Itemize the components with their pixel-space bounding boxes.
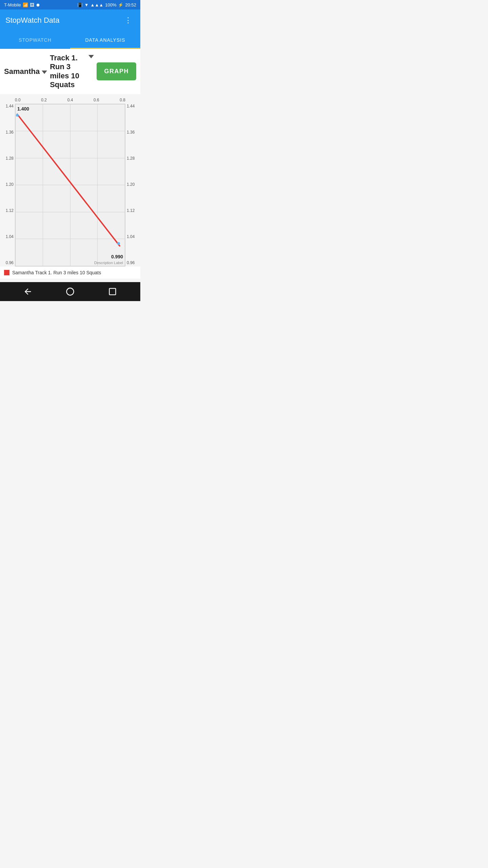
y-axis-left: 1.44 1.36 1.28 1.20 1.12 1.04 0.96: [0, 98, 15, 267]
y-axis-right: 1.44 1.36 1.28 1.20 1.12 1.04 0.96: [125, 98, 140, 267]
controls-row: Samantha Track 1. Run 3 miles 10 Squats …: [0, 49, 140, 94]
app-title: StopWatch Data: [5, 16, 59, 25]
y-label-left-5: 1.04: [6, 234, 14, 239]
svg-rect-2: [109, 288, 116, 295]
chart-legend: Samantha Track 1. Run 3 miles 10 Squats: [0, 267, 140, 279]
person-dropdown-arrow: [42, 71, 47, 74]
recording-icon: ⏺: [36, 2, 40, 7]
tabs: STOPWATCH DATA ANALYSIS: [0, 31, 140, 49]
x-label-1: 0.2: [41, 98, 47, 102]
chart-container: 1.44 1.36 1.28 1.20 1.12 1.04 0.96 0.0 0…: [0, 94, 140, 282]
chart-inner: 0.0 0.2 0.4 0.6 0.8: [15, 98, 125, 267]
status-left: T-Mobile 📶 🖼 ⏺: [4, 2, 40, 7]
more-options-button[interactable]: ⋮: [122, 15, 135, 26]
y-label-right-5: 1.04: [127, 234, 135, 239]
content-area: Samantha Track 1. Run 3 miles 10 Squats …: [0, 49, 140, 282]
y-label-left-3: 1.20: [6, 182, 14, 187]
description-label: Description Label: [94, 261, 123, 265]
signal-icon: 📶: [23, 2, 28, 7]
nav-recents-button[interactable]: [105, 284, 120, 299]
y-label-left-4: 1.12: [6, 208, 14, 213]
start-dot: [16, 114, 19, 117]
person-selector[interactable]: Samantha: [4, 67, 47, 76]
track-selector[interactable]: Track 1. Run 3 miles 10 Squats: [50, 54, 94, 90]
graph-button[interactable]: GRAPH: [97, 62, 136, 80]
x-label-3: 0.6: [94, 98, 99, 102]
nav-back-button[interactable]: [20, 284, 35, 299]
svg-line-0: [17, 114, 120, 245]
vibrate-icon: 📳: [77, 2, 83, 7]
y-label-left-6: 0.96: [6, 260, 14, 265]
chart-line-svg: [15, 104, 125, 266]
y-label-right-2: 1.28: [127, 156, 135, 161]
end-value-label: 0.990: [111, 254, 123, 259]
y-label-left-0: 1.44: [6, 104, 14, 108]
y-label-right-6: 0.96: [127, 260, 135, 265]
x-label-0: 0.0: [15, 98, 21, 102]
status-bar: T-Mobile 📶 🖼 ⏺ 📳 ▼ ▲▲▲ 100% ⚡ 20:52: [0, 0, 140, 9]
y-label-left-2: 1.28: [6, 156, 14, 161]
y-label-right-0: 1.44: [127, 104, 135, 108]
start-value-label: 1.400: [17, 106, 29, 112]
wifi-icon: ▼: [84, 2, 89, 7]
x-label-4: 0.8: [120, 98, 125, 102]
legend-color-swatch: [4, 270, 9, 275]
y-label-left-1: 1.36: [6, 130, 14, 135]
status-right: 📳 ▼ ▲▲▲ 100% ⚡ 20:52: [77, 2, 136, 7]
svg-point-1: [66, 288, 74, 295]
track-name-label: Track 1. Run 3 miles 10 Squats: [50, 54, 86, 90]
track-dropdown-arrow: [88, 55, 94, 58]
chart-wrapper: 1.44 1.36 1.28 1.20 1.12 1.04 0.96 0.0 0…: [0, 98, 140, 267]
end-dot: [117, 242, 120, 245]
person-name-label: Samantha: [4, 67, 40, 76]
app-bar: StopWatch Data ⋮: [0, 9, 140, 31]
x-axis-row: 0.0 0.2 0.4 0.6 0.8: [15, 98, 125, 104]
charging-icon: ⚡: [118, 2, 123, 7]
image-icon: 🖼: [30, 2, 34, 7]
y-label-right-3: 1.20: [127, 182, 135, 187]
nav-home-button[interactable]: [63, 284, 78, 299]
nav-bar: [0, 282, 140, 301]
chart-plot: 1.400 0.990 Description Label: [15, 104, 125, 267]
y-label-right-4: 1.12: [127, 208, 135, 213]
app-bar-actions: ⋮: [122, 15, 135, 26]
carrier-label: T-Mobile: [4, 2, 21, 7]
battery-label: 100%: [105, 2, 116, 7]
legend-text: Samantha Track 1. Run 3 miles 10 Squats: [12, 270, 101, 275]
signal-strength-icon: ▲▲▲: [90, 2, 104, 7]
x-label-2: 0.4: [67, 98, 73, 102]
y-label-right-1: 1.36: [127, 130, 135, 135]
tab-stopwatch[interactable]: STOPWATCH: [0, 31, 70, 49]
time-label: 20:52: [125, 2, 136, 7]
tab-data-analysis[interactable]: DATA ANALYSIS: [70, 31, 140, 49]
